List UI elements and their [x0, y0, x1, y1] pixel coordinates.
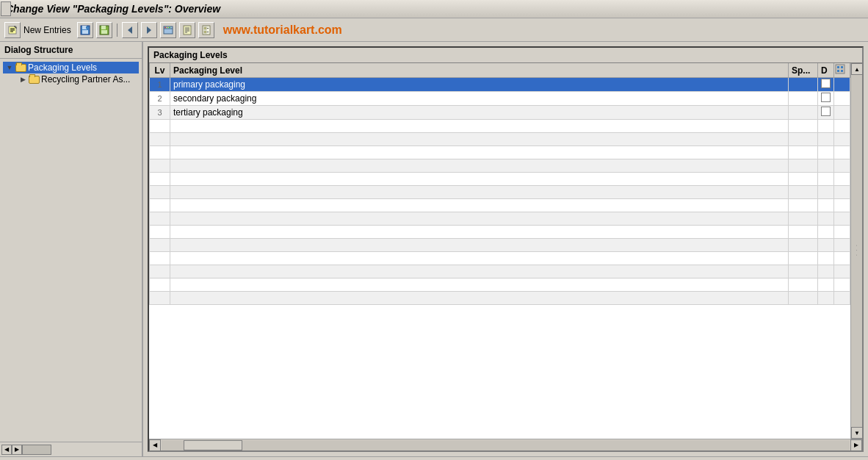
- left-h-scrollbar-thumb[interactable]: [22, 445, 51, 455]
- cell-lv: [150, 186, 170, 199]
- cell-d[interactable]: [818, 265, 834, 278]
- cell-packaging-level: [170, 133, 789, 146]
- sidebar-item-recycling-partner[interactable]: ▶ Recycling Partner As...: [3, 73, 139, 85]
- svg-rect-26: [204, 31, 206, 33]
- cell-lv: [150, 226, 170, 239]
- cell-packaging-level: [170, 278, 789, 292]
- cell-d[interactable]: [818, 278, 834, 292]
- svg-rect-8: [86, 26, 87, 29]
- forward-button[interactable]: [141, 22, 157, 38]
- col-d: D: [818, 63, 834, 78]
- scroll-down-button[interactable]: ▼: [851, 427, 862, 439]
- cell-d[interactable]: [818, 292, 834, 305]
- cell-sp: [789, 212, 818, 226]
- sidebar-item-packaging-levels[interactable]: ▼ Packaging Levels: [3, 62, 139, 73]
- col-lv: Lv: [150, 63, 170, 78]
- cell-packaging-level: secondary packaging: [170, 92, 789, 106]
- cell-d[interactable]: [818, 173, 834, 186]
- col-settings[interactable]: [834, 63, 850, 78]
- cell-lv: [150, 159, 170, 173]
- cell-packaging-level: [170, 199, 789, 212]
- col-sp: Sp...: [789, 63, 818, 78]
- cell-lv: [150, 239, 170, 252]
- table-row[interactable]: [150, 186, 850, 199]
- table-row[interactable]: [150, 199, 850, 212]
- checkbox[interactable]: [821, 79, 831, 88]
- save-button[interactable]: [77, 22, 93, 38]
- svg-marker-13: [147, 26, 151, 34]
- save-local-button[interactable]: [96, 22, 112, 38]
- table-row[interactable]: [150, 292, 850, 305]
- table-row[interactable]: [150, 252, 850, 265]
- cell-d[interactable]: [818, 78, 834, 92]
- cell-d[interactable]: [818, 252, 834, 265]
- cell-d[interactable]: [818, 133, 834, 146]
- display3-button[interactable]: [198, 22, 214, 38]
- cell-d[interactable]: [818, 212, 834, 226]
- table-row[interactable]: [150, 173, 850, 186]
- cell-packaging-level: [170, 159, 789, 173]
- cell-lv: [150, 292, 170, 305]
- cell-lv: [150, 146, 170, 159]
- left-panel-scrollbar: ◀ ▶: [0, 442, 142, 456]
- cell-action: [834, 239, 850, 252]
- table-row[interactable]: [150, 120, 850, 133]
- svg-rect-25: [204, 27, 206, 29]
- cell-d[interactable]: [818, 186, 834, 199]
- table-row[interactable]: [150, 133, 850, 146]
- scroll-middle[interactable]: · · ·: [851, 75, 862, 427]
- cell-action: [834, 186, 850, 199]
- cell-d[interactable]: [818, 120, 834, 133]
- cell-lv: [150, 212, 170, 226]
- left-scroll-right[interactable]: ▶: [12, 445, 22, 455]
- table-row[interactable]: [150, 159, 850, 173]
- table-row[interactable]: [150, 239, 850, 252]
- cell-d[interactable]: [818, 146, 834, 159]
- new-entries-button[interactable]: [4, 22, 21, 38]
- cell-action: [834, 199, 850, 212]
- cell-lv: 2: [150, 92, 170, 106]
- cell-d[interactable]: [818, 239, 834, 252]
- table-row[interactable]: [150, 146, 850, 159]
- table-row[interactable]: [150, 278, 850, 292]
- h-scroll-track[interactable]: [162, 440, 850, 450]
- table-row[interactable]: 2secondary packaging: [150, 92, 850, 106]
- cell-d[interactable]: [818, 106, 834, 120]
- cell-d[interactable]: [818, 159, 834, 173]
- svg-point-16: [164, 26, 166, 28]
- expand-icon-child: ▶: [18, 74, 28, 85]
- h-scroll-right-button[interactable]: ▶: [850, 439, 862, 451]
- back-button[interactable]: [122, 22, 138, 38]
- cell-action: [834, 212, 850, 226]
- table-row[interactable]: [150, 226, 850, 239]
- cell-d[interactable]: [818, 199, 834, 212]
- cell-packaging-level: [170, 265, 789, 278]
- cell-sp: [789, 292, 818, 305]
- h-scroll-left-button[interactable]: ◀: [149, 439, 161, 451]
- cell-d[interactable]: [818, 226, 834, 239]
- left-scroll-left[interactable]: ◀: [1, 445, 12, 455]
- cell-sp: [789, 133, 818, 146]
- table-row[interactable]: [150, 265, 850, 278]
- svg-rect-19: [184, 26, 191, 35]
- display-button[interactable]: [160, 22, 176, 38]
- scroll-up-button[interactable]: ▲: [851, 63, 862, 75]
- horizontal-scrollbar: ◀ ▶: [149, 439, 862, 450]
- table-row[interactable]: 1primary packaging: [150, 78, 850, 92]
- cell-sp: [789, 78, 818, 92]
- checkbox[interactable]: [821, 93, 831, 102]
- dialog-structure-header: Dialog Structure: [0, 42, 142, 59]
- cell-d[interactable]: [818, 92, 834, 106]
- checkbox[interactable]: [821, 107, 831, 116]
- cell-sp: [789, 159, 818, 173]
- display2-button[interactable]: [179, 22, 195, 38]
- cell-packaging-level: [170, 120, 789, 133]
- bottom-bar: Position... Entry 1 of 3: [0, 456, 868, 460]
- table-row[interactable]: 3tertiary packaging: [150, 106, 850, 120]
- cell-action: [834, 292, 850, 305]
- svg-point-18: [169, 26, 170, 28]
- cell-packaging-level: [170, 146, 789, 159]
- h-scroll-thumb[interactable]: [184, 440, 242, 450]
- table-row[interactable]: [150, 212, 850, 226]
- new-entries-label: New Entries: [23, 25, 71, 35]
